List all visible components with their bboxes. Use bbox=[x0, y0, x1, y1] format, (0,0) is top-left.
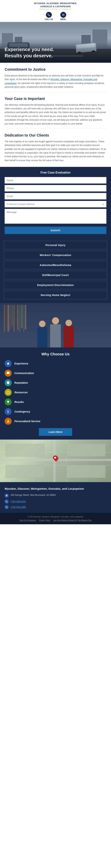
firm-tagline: PERSONAL INJURY ATTORNEYS bbox=[0, 8, 111, 10]
why-item-reputation: Reputation bbox=[5, 379, 106, 386]
hero-line1: Experience you need. bbox=[5, 46, 54, 52]
phone1-icon bbox=[5, 499, 9, 503]
contingency-icon bbox=[5, 408, 12, 415]
practice-label-employment: Employment Discrimination bbox=[37, 284, 74, 286]
results-icon bbox=[5, 399, 12, 405]
footer-link-design[interactable]: Law Firm Website Design By The Modern Fi… bbox=[53, 519, 91, 521]
resources-icon bbox=[5, 389, 12, 396]
briefcase-icon bbox=[6, 391, 10, 394]
practice-label-personal-injury: Personal Injury bbox=[46, 244, 66, 247]
practice-item-nursing[interactable]: Nursing Home Neglect bbox=[4, 291, 107, 299]
contact-method-select[interactable]: Preferred Contact Method Phone Email bbox=[5, 201, 106, 207]
form-section: Free Case Evaluation Preferred Contact M… bbox=[0, 167, 111, 238]
email-field[interactable] bbox=[5, 193, 106, 199]
practice-item-employment[interactable]: Employment Discrimination bbox=[4, 281, 107, 289]
team-figures bbox=[37, 317, 74, 347]
copyright-text: © 2023 Wysoker, Glassner, Weingartner, G… bbox=[5, 516, 106, 518]
site-header: WYSOKER, GLASSNER, WEINGARTNER, GONZALEZ… bbox=[0, 0, 111, 22]
head-2 bbox=[52, 317, 59, 324]
phone-field[interactable] bbox=[5, 185, 106, 191]
practice-item-personal-injury[interactable]: Personal Injury bbox=[4, 241, 107, 249]
phone2-icon-svg bbox=[5, 506, 8, 508]
map-pin-container bbox=[53, 455, 58, 461]
dedication-section: Dedication to Our Clients The vast major… bbox=[0, 129, 111, 165]
phone-icon bbox=[46, 12, 52, 18]
map-block-3 bbox=[5, 465, 45, 478]
call-us-label: Call Us bbox=[45, 18, 53, 20]
commitment-text: Every person deserves to be represented … bbox=[5, 74, 106, 89]
footer-phone2[interactable]: (732) 545-2366 bbox=[10, 506, 26, 508]
personalized-icon bbox=[5, 418, 12, 425]
menu-label: Menu bbox=[60, 18, 66, 20]
hero-overlay: Experience you need. Results you deserve… bbox=[0, 43, 111, 63]
why-choose-title: Why Choose Us bbox=[5, 352, 106, 356]
menu-button[interactable]: Menu bbox=[60, 12, 66, 20]
case-text: Our attorneys understand the devastating… bbox=[5, 103, 106, 126]
commitment-title: Commitment to Justice bbox=[5, 67, 106, 71]
body-3 bbox=[64, 326, 74, 347]
dollar-icon bbox=[6, 410, 10, 413]
firm-name-line2: GONZALEZ & LOCPSPEISER bbox=[40, 5, 71, 8]
body-1 bbox=[37, 327, 47, 347]
footer-link-privacy[interactable]: Privacy Policy bbox=[39, 519, 50, 521]
team-member-3 bbox=[64, 320, 74, 347]
case-section: Your Case is Important Our attorneys und… bbox=[0, 92, 111, 128]
head-1 bbox=[39, 320, 46, 327]
why-item-contingency: Contingency bbox=[5, 408, 106, 415]
message-field[interactable] bbox=[5, 209, 106, 224]
resources-label: Resources bbox=[15, 391, 28, 394]
footer-firm-name: Wysoker, Glassner, Weingartner, Gonzalez… bbox=[5, 487, 106, 491]
form-title: Free Case Evaluation bbox=[5, 171, 106, 174]
footer-bottom: © 2023 Wysoker, Glassner, Weingartner, G… bbox=[0, 513, 111, 524]
learn-more-button[interactable]: Learn More bbox=[39, 428, 72, 436]
practice-item-dui[interactable]: DUI/Municipal Court bbox=[4, 271, 107, 279]
trophy-icon bbox=[6, 400, 10, 404]
contact-method-select-wrap: Preferred Contact Method Phone Email ▼ bbox=[5, 201, 106, 207]
header-nav: Call Us Menu bbox=[0, 12, 111, 20]
footer-phone2-row: (732) 545-2366 bbox=[5, 505, 106, 509]
practice-label-dui: DUI/Municipal Court bbox=[42, 274, 68, 277]
firm-link[interactable]: Wysoker, Glassner, Weingartner, Gonzalez… bbox=[5, 78, 97, 84]
menu-icon bbox=[60, 12, 66, 18]
why-item-personalized: Personalized Service bbox=[5, 418, 106, 425]
footer-top: Wysoker, Glassner, Weingartner, Gonzalez… bbox=[0, 482, 111, 513]
why-choose-section: Why Choose Us Experience Communication R… bbox=[0, 347, 111, 439]
practice-item-workers-comp[interactable]: Workers' Compensation bbox=[4, 251, 107, 259]
map-block-1 bbox=[5, 444, 45, 457]
map-marker-icon bbox=[5, 495, 8, 497]
footer-link-disclaimer[interactable]: View Our Disclaimer bbox=[20, 519, 36, 521]
team-member-1 bbox=[37, 320, 47, 347]
experience-label: Experience bbox=[15, 362, 28, 365]
head-3 bbox=[65, 320, 72, 326]
practice-label-asbestos: Asbestos/Mesothelioma bbox=[40, 264, 72, 267]
firm-logo: WYSOKER, GLASSNER, WEINGARTNER, GONZALEZ… bbox=[0, 2, 111, 8]
why-item-communication: Communication bbox=[5, 370, 106, 377]
hamburger-icon-svg bbox=[62, 13, 65, 16]
communication-label: Communication bbox=[15, 372, 34, 375]
footer-phone1[interactable]: (732) 545-3231 bbox=[10, 500, 26, 503]
footer-address-row: 340 George Street, New Brunswick, NJ 089… bbox=[5, 493, 106, 498]
call-us-button[interactable]: Call Us bbox=[45, 12, 53, 20]
hero-headline: Experience you need. Results you deserve… bbox=[5, 46, 106, 59]
phone2-icon bbox=[5, 505, 9, 509]
personalized-label: Personalized Service bbox=[15, 420, 40, 423]
phone-icon-svg bbox=[47, 13, 50, 16]
experience-icon bbox=[5, 360, 12, 367]
chat-icon bbox=[6, 371, 10, 375]
hero-section: Experience you need. Results you deserve… bbox=[0, 22, 111, 63]
contingency-label: Contingency bbox=[15, 410, 30, 413]
communication-icon bbox=[5, 370, 12, 377]
dedication-text: The vast majority of our cases are fough… bbox=[5, 140, 106, 162]
person-icon bbox=[6, 420, 10, 423]
practice-label-workers-comp: Workers' Compensation bbox=[40, 254, 72, 256]
star-icon bbox=[6, 362, 10, 365]
name-field[interactable] bbox=[5, 177, 106, 184]
submit-button[interactable]: Submit bbox=[5, 227, 106, 234]
footer-phone1-row: (732) 545-3231 bbox=[5, 499, 106, 503]
results-label: Results bbox=[15, 401, 24, 403]
map-block-4 bbox=[66, 465, 106, 478]
firm-name-line1: WYSOKER, GLASSNER, WEINGARTNER, bbox=[34, 2, 77, 4]
why-item-resources: Resources bbox=[5, 389, 106, 396]
team-photo-section bbox=[0, 303, 111, 347]
practice-item-asbestos[interactable]: Asbestos/Mesothelioma bbox=[4, 261, 107, 269]
